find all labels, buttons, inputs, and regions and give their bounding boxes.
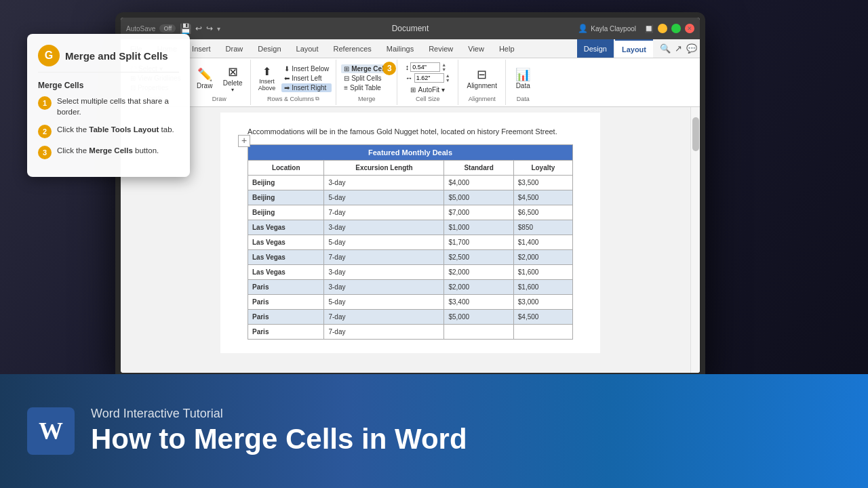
draw-button[interactable]: ✏️ Draw [193, 65, 217, 92]
ribbon-group-cell-size: ↕ ▲ ▼ ↔ ▲ ▼ [397, 60, 458, 105]
user-icon: 👤 [578, 24, 588, 33]
insert-above-button[interactable]: ⬆ InsertAbove [255, 63, 279, 94]
autosave-label: AutoSave [126, 25, 155, 33]
banner-subtitle: Word Interactive Tutorial [91, 407, 467, 421]
banner-title: How to Merge Cells in Word [91, 424, 467, 455]
comment-icon[interactable]: 💬 [686, 43, 697, 54]
alignment-button[interactable]: ⊟ Alignment [463, 65, 500, 92]
autofit-icon: ⊞ [410, 86, 416, 94]
share-icon[interactable]: ↗ [675, 43, 682, 54]
alignment-label: Alignment [469, 96, 496, 104]
col-header-loyalty: Loyalty [513, 161, 572, 176]
word-icon-large: W [27, 407, 75, 455]
split-table-button[interactable]: ≡ Split Table [341, 83, 384, 92]
draw-group-label: Draw [212, 96, 226, 104]
search-icon[interactable]: 🔍 [660, 43, 671, 54]
window-icon1[interactable]: 🔲 [644, 24, 654, 33]
user-name: 👤 Kayla Claypool [578, 24, 636, 33]
height-down-arrow[interactable]: ▼ [441, 67, 446, 72]
table-add-button[interactable]: + [238, 135, 250, 147]
width-input[interactable] [414, 73, 444, 83]
undo-icon[interactable]: ↩ [195, 24, 202, 33]
tab-table-design[interactable]: Design [577, 39, 614, 58]
insert-right-icon: ➡ [284, 84, 290, 92]
autofit-button[interactable]: ⊞ AutoFit ▾ [408, 85, 447, 94]
ribbon-group-merge: ⊞ Merge Cells 3 ⊟ Split Cells ≡ Split Ta… [336, 60, 397, 105]
tab-help[interactable]: Help [492, 39, 521, 58]
tab-draw[interactable]: Draw [219, 39, 250, 58]
window-title: Document [392, 24, 429, 33]
table-row: Las Vegas 7-day $2,500 $2,000 [248, 250, 573, 265]
eraser-icon: ⊠ [228, 64, 238, 79]
doc-paragraph: Accommodations will be in the famous Gol… [248, 126, 573, 138]
insert-above-icon: ⬆ [262, 65, 271, 78]
delete-button[interactable]: ⊠ Delete ▾ [220, 62, 246, 95]
rows-cols-expand-icon[interactable]: ⧉ [315, 96, 319, 102]
panel-logo: G Merge and Split Cells [38, 45, 179, 73]
ribbon-group-alignment: ⊟ Alignment Alignment [458, 60, 506, 105]
split-cells-button[interactable]: ⊟ Split Cells [341, 74, 384, 83]
data-icon: 📊 [515, 67, 530, 82]
bottom-banner: W Word Interactive Tutorial How to Merge… [0, 374, 868, 488]
document-scrollbar[interactable] [690, 107, 700, 373]
gc-logo-icon: G [38, 45, 60, 66]
col-header-standard: Standard [444, 161, 513, 176]
merge-cells-button[interactable]: ⊞ Merge Cells 3 [341, 64, 392, 73]
tab-insert[interactable]: Insert [185, 39, 218, 58]
close-button[interactable]: ✕ [685, 24, 694, 33]
height-input-row: ↕ ▲ ▼ [406, 62, 450, 72]
ribbon-group-rows-cols: ⬆ InsertAbove ⬇ Insert Below ⬅ Insert Le… [251, 60, 337, 105]
insert-left-button[interactable]: ⬅ Insert Left [281, 74, 332, 83]
table-row: Las Vegas 5-day $1,700 $1,400 [248, 235, 573, 250]
table-row: Paris 7-day [248, 325, 573, 340]
tab-mailings[interactable]: Mailings [380, 39, 420, 58]
minimize-button[interactable] [658, 24, 667, 33]
tab-view[interactable]: View [461, 39, 491, 58]
tab-design-main[interactable]: Design [251, 39, 288, 58]
table-header-row-2: Location Excursion Length Standard Loyal… [248, 161, 573, 176]
tab-references[interactable]: References [327, 39, 378, 58]
ribbon-content: ⬚ Select ▾ ⊞ View Gridlines ⊟ Properties… [121, 58, 700, 107]
title-bar-left: AutoSave Off 💾 ↩ ↪ ▾ [126, 23, 220, 34]
scrollbar-thumb[interactable] [692, 117, 699, 151]
insert-right-button[interactable]: ➡ Insert Right [281, 83, 332, 92]
tab-table-layout[interactable]: Layout [615, 39, 653, 58]
col-header-location: Location [248, 161, 324, 176]
step-3-badge: 3 [38, 146, 52, 159]
step-2-badge: 2 [38, 125, 52, 138]
autosave-toggle[interactable]: Off [159, 24, 176, 33]
width-down-arrow[interactable]: ▼ [446, 78, 450, 83]
step-2-text: Click the Table Tools Layout tab. [57, 124, 174, 135]
insert-below-button[interactable]: ⬇ Insert Below [281, 64, 332, 73]
split-cells-icon: ⊟ [344, 75, 349, 82]
rows-cols-label: Rows & Columns ⧉ [267, 96, 319, 104]
data-button[interactable]: 📊 Data [511, 65, 535, 92]
insert-below-icon: ⬇ [284, 65, 290, 73]
save-icon[interactable]: 💾 [180, 23, 191, 34]
ribbon-group-data: 📊 Data Data [506, 60, 540, 105]
width-input-row: ↔ ▲ ▼ [406, 73, 450, 83]
ribbon-tab-bar: File Home Insert Draw Design Layout Refe… [121, 39, 700, 58]
tab-review[interactable]: Review [422, 39, 460, 58]
split-table-icon: ≡ [344, 84, 348, 92]
table-row: Las Vegas 3-day $1,000 $850 [248, 220, 573, 235]
step-1-badge: 1 [38, 96, 52, 110]
step-2: 2 Click the Table Tools Layout tab. [38, 124, 179, 138]
maximize-button[interactable] [671, 24, 681, 33]
cell-size-label: Cell Size [416, 96, 440, 104]
height-up-arrow[interactable]: ▲ [441, 62, 446, 67]
monitor-frame: AutoSave Off 💾 ↩ ↪ ▾ Document 👤 Kayla Cl… [115, 12, 705, 378]
table-row: Beijing 3-day $4,000 $3,500 [248, 176, 573, 190]
redo-icon[interactable]: ↪ [206, 24, 213, 33]
quick-access-dropdown[interactable]: ▾ [217, 25, 220, 33]
draw-icon: ✏️ [197, 67, 212, 82]
width-up-arrow[interactable]: ▲ [446, 73, 450, 78]
step-1: 1 Select multiple cells that share a bor… [38, 96, 179, 117]
data-label: Data [517, 96, 530, 104]
height-icon: ↕ [406, 63, 410, 71]
tab-layout-main[interactable]: Layout [290, 39, 326, 58]
table-row: Beijing 5-day $5,000 $4,500 [248, 190, 573, 205]
step-3: 3 Click the Merge Cells button. [38, 145, 179, 159]
height-input[interactable] [410, 62, 440, 72]
data-table: Featured Monthly Deals Location Excursio… [248, 144, 573, 340]
